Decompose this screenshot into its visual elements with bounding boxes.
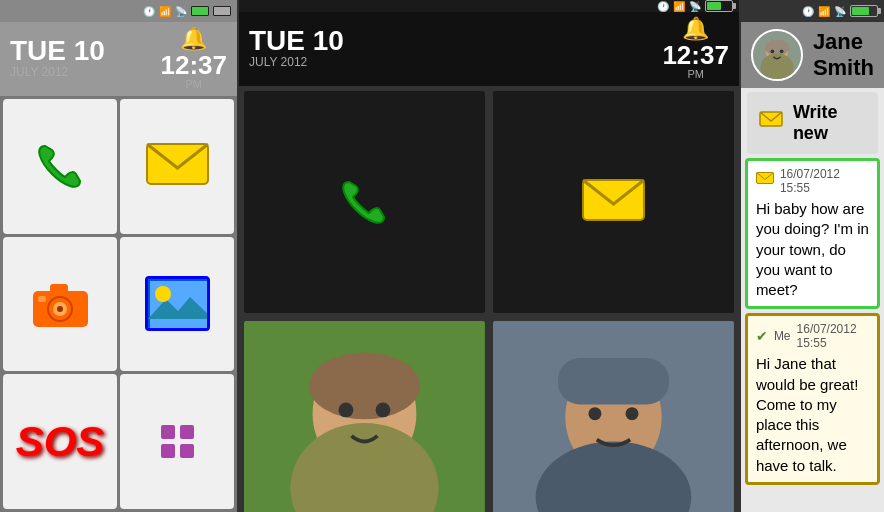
svg-point-28	[770, 49, 774, 53]
gallery-button[interactable]	[120, 237, 234, 372]
contact-photo-woman[interactable]	[242, 319, 487, 512]
svg-rect-6	[38, 296, 46, 302]
wifi-icon-2: 📶	[673, 1, 685, 12]
contact-photo-man[interactable]	[491, 319, 736, 512]
signal-icon-1: 📡	[175, 6, 187, 17]
phone-panel-1: 🕐 📶 📡 TUE 10 JULY 2012 🔔 12:37 PM	[0, 0, 239, 512]
date-block-1: TUE 10 JULY 2012	[10, 37, 105, 79]
svg-point-23	[625, 408, 638, 421]
contact-avatar	[751, 29, 803, 81]
write-new-icon	[759, 111, 783, 136]
phone-button-2[interactable]	[242, 89, 487, 315]
contact-header: Jane Smith	[741, 22, 884, 88]
app-grid-1: SOS	[0, 96, 237, 512]
gallery-icon	[145, 276, 210, 331]
outgoing-checkmark-icon: ✔	[756, 328, 768, 344]
msg-battery-fill	[852, 7, 869, 15]
write-new-label: Write new	[793, 102, 866, 144]
status-bar-1: 🕐 📶 📡	[0, 0, 237, 22]
contact-name: Jane Smith	[813, 29, 874, 81]
ampm-2: PM	[687, 68, 704, 80]
outgoing-meta: ✔ Me 16/07/2012 15:55	[756, 322, 869, 350]
incoming-timestamp: 16/07/2012 15:55	[780, 167, 869, 195]
apps-button[interactable]	[120, 374, 234, 509]
svg-point-16	[339, 403, 354, 418]
msg-signal-icon: 📡	[834, 6, 846, 17]
month-year-1: JULY 2012	[10, 65, 105, 79]
msg-battery	[850, 5, 878, 17]
clock-icon-1: 🕐	[143, 6, 155, 17]
avatar-face	[753, 29, 801, 81]
camera-icon	[28, 276, 93, 331]
battery-tip-2	[733, 3, 736, 9]
battery-empty-1	[213, 6, 231, 16]
incoming-envelope-icon	[756, 172, 774, 187]
wifi-icon-1: 📶	[159, 6, 171, 17]
dot-2	[180, 425, 194, 439]
msg-battery-tip	[878, 8, 881, 14]
app-grid-2: SOS ?	[239, 86, 739, 512]
battery-fill-1	[191, 6, 209, 16]
write-new-button[interactable]: Write new	[747, 92, 878, 154]
message-button[interactable]	[120, 99, 234, 234]
svg-point-10	[155, 286, 171, 302]
phone-icon-2	[334, 172, 394, 232]
time-2: 12:37	[662, 42, 729, 68]
message-icon-2	[581, 176, 646, 228]
svg-point-14	[309, 353, 420, 420]
phone-button[interactable]	[3, 99, 117, 234]
incoming-text: Hi baby how are you doing? I'm in your t…	[756, 199, 869, 300]
phone-icon	[30, 136, 90, 196]
svg-rect-20	[558, 358, 669, 404]
incoming-message[interactable]: 16/07/2012 15:55 Hi baby how are you doi…	[745, 158, 880, 309]
month-year-2: JULY 2012	[249, 55, 344, 69]
camera-button[interactable]	[3, 237, 117, 372]
apps-grid-icon	[161, 425, 194, 458]
messages-panel: 🕐 📶 📡 Jane Smith	[741, 0, 884, 512]
svg-rect-2	[50, 284, 68, 294]
phone-panel-2: 🕐 📶 📡 TUE 10 JULY 2012 🔔 12:37 PM	[239, 0, 741, 512]
outgoing-sender: Me	[774, 329, 791, 343]
outgoing-message[interactable]: ✔ Me 16/07/2012 15:55 Hi Jane that would…	[745, 313, 880, 485]
bell-time-1: 🔔 12:37 PM	[161, 26, 228, 90]
old-woman-avatar	[244, 321, 485, 512]
msg-wifi-icon: 📶	[818, 6, 830, 17]
dot-3	[161, 444, 175, 458]
message-button-2[interactable]	[491, 89, 736, 315]
day-date-1: TUE 10	[10, 37, 105, 65]
outgoing-text: Hi Jane that would be great! Come to my …	[756, 354, 869, 476]
ampm-1: PM	[186, 78, 203, 90]
svg-point-22	[588, 408, 601, 421]
outgoing-timestamp: 16/07/2012 15:55	[797, 322, 869, 350]
battery-2	[705, 0, 733, 12]
status-bar-2: 🕐 📶 📡	[239, 0, 739, 12]
date-block-2: TUE 10 JULY 2012	[249, 27, 344, 69]
time-1: 12:37	[161, 52, 228, 78]
header-2: TUE 10 JULY 2012 🔔 12:37 PM	[239, 12, 739, 86]
sos-label[interactable]: SOS	[16, 418, 105, 466]
battery-fill-2	[707, 2, 721, 10]
msg-status-bar: 🕐 📶 📡	[741, 0, 884, 22]
incoming-meta: 16/07/2012 15:55	[756, 167, 869, 195]
incoming-icon	[756, 172, 774, 190]
old-man-avatar	[493, 321, 734, 512]
svg-point-17	[376, 403, 391, 418]
msg-clock-icon: 🕐	[802, 6, 814, 17]
bell-icon-2: 🔔	[682, 16, 709, 42]
dot-1	[161, 425, 175, 439]
header-1: TUE 10 JULY 2012 🔔 12:37 PM	[0, 22, 237, 96]
clock-icon-2: 🕐	[657, 1, 669, 12]
svg-point-5	[57, 306, 63, 312]
bell-icon-1: 🔔	[180, 26, 207, 52]
messages-list: 16/07/2012 15:55 Hi baby how are you doi…	[741, 158, 884, 512]
battery-1	[191, 6, 231, 16]
signal-icon-2: 📡	[689, 1, 701, 12]
svg-rect-7	[148, 279, 210, 331]
svg-point-29	[780, 49, 784, 53]
message-icon	[145, 140, 210, 192]
day-date-2: TUE 10	[249, 27, 344, 55]
bell-time-2: 🔔 12:37 PM	[662, 16, 729, 80]
envelope-write-icon	[759, 111, 783, 131]
sos-button[interactable]: SOS	[3, 374, 117, 509]
dot-4	[180, 444, 194, 458]
